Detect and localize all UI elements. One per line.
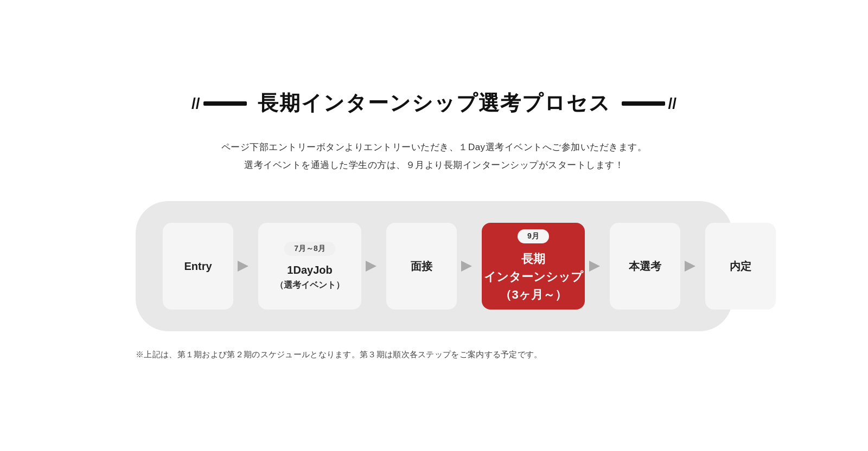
title-section: // 長期インターンシップ選考プロセス // — [136, 89, 732, 117]
title-deco-right: // — [622, 96, 677, 111]
step-month-internship: 9月 — [518, 229, 549, 243]
description-line2: 選考イベントを通過した学生の方は、９月より長期インターンシップがスタートします！ — [136, 157, 732, 174]
description-section: ページ下部エントリーボタンよりエントリーいただき、１Day選考イベントへご参加い… — [136, 139, 732, 174]
page-container: // 長期インターンシップ選考プロセス // ページ下部エントリーボタンよりエン… — [136, 68, 732, 383]
arrow-4 — [589, 258, 605, 274]
step-box-mensetsu: 面接 — [386, 223, 457, 310]
arrow-3 — [461, 258, 477, 274]
bar-left-icon — [203, 101, 247, 106]
step-label-honsenkou: 本選考 — [629, 259, 661, 274]
step-label-naitei: 内定 — [730, 259, 751, 274]
step-label-mensetsu: 面接 — [411, 259, 432, 274]
step-label-oneday: 1DayJob — [287, 262, 332, 278]
slash-left-icon: // — [192, 96, 200, 111]
svg-marker-0 — [238, 261, 248, 272]
step-oneday: 7月～8月 1DayJob （選考イベント） — [258, 223, 361, 310]
step-label-entry: Entry — [184, 259, 212, 274]
step-internship: 9月 長期インターンシップ（3ヶ月～） — [482, 223, 585, 310]
svg-marker-4 — [685, 261, 695, 272]
description-line1: ページ下部エントリーボタンよりエントリーいただき、１Day選考イベントへご参加い… — [136, 139, 732, 156]
step-honsenkou: 本選考 — [610, 223, 680, 310]
step-sublabel-oneday: （選考イベント） — [275, 280, 344, 291]
arrow-1 — [238, 258, 254, 274]
step-entry: Entry — [163, 223, 233, 310]
footer-note: ※上記は、第１期および第２期のスケジュールとなります。第３期は順次各ステップをご… — [136, 347, 732, 362]
arrow-2 — [366, 258, 382, 274]
svg-marker-3 — [589, 261, 600, 272]
step-month-oneday: 7月～8月 — [284, 242, 335, 256]
svg-marker-1 — [366, 261, 376, 272]
step-naitei: 内定 — [705, 223, 776, 310]
process-flow: Entry 7月～8月 1DayJob （選考イベント） 面 — [136, 201, 732, 331]
title-deco-left: // — [192, 96, 247, 111]
step-mensetsu: 面接 — [386, 223, 457, 310]
step-label-internship: 長期インターンシップ（3ヶ月～） — [484, 250, 583, 304]
step-box-entry: Entry — [163, 223, 233, 310]
step-box-honsenkou: 本選考 — [610, 223, 680, 310]
step-box-oneday: 7月～8月 1DayJob （選考イベント） — [258, 223, 361, 310]
bar-right-icon — [622, 101, 665, 106]
slash-right-icon: // — [668, 96, 677, 111]
step-box-internship: 9月 長期インターンシップ（3ヶ月～） — [482, 223, 585, 310]
arrow-5 — [685, 258, 701, 274]
svg-marker-2 — [461, 261, 472, 272]
step-box-naitei: 内定 — [705, 223, 776, 310]
main-title: 長期インターンシップ選考プロセス — [258, 89, 611, 117]
